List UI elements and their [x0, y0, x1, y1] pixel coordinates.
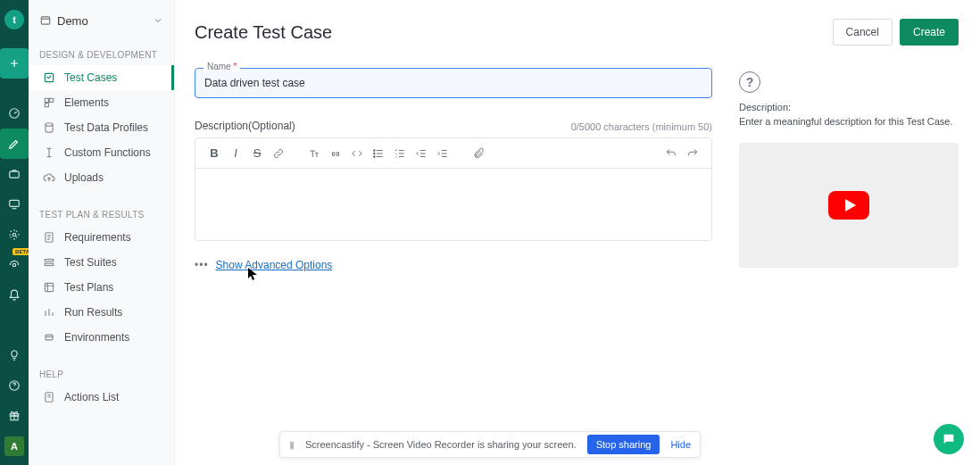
text-size-button[interactable]: [304, 144, 324, 163]
settings-icon[interactable]: [0, 220, 29, 250]
sidebar-item-label: Uploads: [64, 171, 104, 184]
sidebar-item-test-suites[interactable]: Test Suites: [29, 250, 174, 275]
sidebar-item-label: Test Suites: [64, 256, 117, 269]
show-advanced-link[interactable]: Show Advanced Options: [216, 259, 333, 271]
svg-rect-17: [45, 283, 53, 291]
sidebar-item-label: Test Cases: [64, 71, 117, 84]
notifications-icon[interactable]: [0, 280, 29, 311]
section-plan: TEST PLAN & RESULTS: [29, 201, 174, 225]
project-name: Demo: [57, 14, 88, 28]
strikethrough-button[interactable]: S: [247, 144, 267, 163]
avatar-initial: A: [4, 436, 24, 456]
ellipsis-icon: •••: [195, 259, 209, 271]
database-icon: [43, 121, 55, 134]
sidebar-item-label: Test Plans: [64, 281, 113, 294]
sidebar-item-elements[interactable]: Elements: [29, 90, 174, 115]
help-video[interactable]: [739, 143, 959, 268]
section-help: HELP: [29, 361, 174, 385]
attachment-button[interactable]: [469, 144, 488, 163]
share-text: Screencastify - Screen Video Recorder is…: [305, 439, 577, 450]
suites-icon: [43, 256, 55, 269]
monitor-icon[interactable]: [0, 189, 29, 220]
plugins-icon[interactable]: BETA: [0, 250, 29, 280]
description-head: Description(Optional) 0/5000 characters …: [195, 120, 712, 132]
cloud-upload-icon: [43, 171, 55, 184]
sidebar: Demo DESIGN & DEVELOPMENT Test Cases Ele…: [29, 0, 175, 465]
description-textarea[interactable]: [195, 169, 711, 240]
chat-fab[interactable]: [934, 424, 964, 454]
sidebar-item-test-plans[interactable]: Test Plans: [29, 275, 174, 300]
question-icon: ?: [739, 71, 760, 93]
bold-button[interactable]: B: [204, 144, 224, 163]
svg-point-21: [373, 153, 375, 154]
stop-sharing-button[interactable]: Stop sharing: [587, 435, 660, 454]
quote-button[interactable]: [326, 144, 345, 163]
play-icon: [828, 191, 869, 220]
sidebar-item-label: Run Results: [64, 306, 122, 319]
svg-rect-10: [45, 98, 48, 102]
bullet-list-button[interactable]: [369, 144, 388, 163]
actions-icon: [43, 391, 55, 403]
function-icon: [43, 146, 55, 159]
sidebar-item-uploads[interactable]: Uploads: [29, 165, 174, 190]
number-list-button[interactable]: [390, 144, 410, 163]
logo-letter: t: [4, 10, 24, 29]
svg-rect-15: [45, 260, 53, 262]
share-app-icon: ▮: [289, 439, 295, 451]
svg-point-4: [12, 263, 16, 267]
briefcase-icon[interactable]: [0, 159, 29, 189]
left-icon-rail: t BETA A: [0, 0, 29, 465]
sidebar-item-run-results[interactable]: Run Results: [29, 300, 174, 325]
project-selector[interactable]: Demo: [29, 0, 174, 41]
indent-button[interactable]: [433, 144, 453, 163]
window-icon: [39, 14, 52, 27]
help-icon[interactable]: [0, 370, 29, 401]
info-text: Enter a meaningful description for this …: [739, 116, 959, 127]
dashboard-icon[interactable]: [0, 98, 29, 129]
gift-icon[interactable]: [0, 401, 29, 431]
environments-icon: [43, 331, 55, 344]
test-cases-icon: [43, 71, 55, 84]
sidebar-item-custom-functions[interactable]: Custom Functions: [29, 140, 174, 165]
sidebar-item-actions-list[interactable]: Actions List: [29, 385, 174, 410]
description-editor: B I S: [195, 137, 712, 241]
screen-share-bar: ▮ Screencastify - Screen Video Recorder …: [279, 431, 701, 458]
create-button[interactable]: Create: [900, 19, 959, 46]
redo-button[interactable]: [683, 144, 702, 163]
link-button[interactable]: [269, 144, 288, 163]
add-icon[interactable]: [0, 48, 29, 79]
design-icon[interactable]: [0, 129, 29, 159]
name-input[interactable]: [195, 68, 712, 98]
svg-point-22: [373, 155, 375, 157]
svg-rect-8: [41, 17, 49, 24]
hide-share-bar-button[interactable]: Hide: [670, 439, 691, 450]
sidebar-item-requirements[interactable]: Requirements: [29, 225, 174, 250]
undo-button[interactable]: [661, 144, 681, 163]
outdent-button[interactable]: [411, 144, 431, 163]
cancel-button[interactable]: Cancel: [833, 19, 893, 46]
svg-rect-1: [10, 171, 20, 178]
plans-icon: [43, 281, 55, 294]
results-icon: [43, 306, 55, 319]
code-button[interactable]: [347, 144, 367, 163]
italic-button[interactable]: I: [226, 144, 245, 163]
section-design: DESIGN & DEVELOPMENT: [29, 41, 174, 65]
page-title: Create Test Case: [195, 22, 332, 43]
sidebar-item-environments[interactable]: Environments: [29, 325, 174, 350]
description-label: Description(Optional): [195, 120, 295, 132]
main-content: Create Test Case Cancel Create Name * De…: [175, 0, 980, 465]
sidebar-item-label: Custom Functions: [64, 146, 151, 159]
name-field-wrap: Name *: [195, 68, 712, 98]
user-avatar[interactable]: A: [0, 431, 29, 461]
requirements-icon: [43, 231, 55, 244]
app-logo[interactable]: t: [0, 5, 29, 34]
idea-icon[interactable]: [0, 340, 29, 370]
sidebar-item-test-cases[interactable]: Test Cases: [29, 65, 174, 90]
description-counter: 0/5000 characters (minimum 50): [571, 121, 712, 132]
elements-icon: [43, 96, 55, 109]
form-column: Name * Description(Optional) 0/5000 char…: [195, 59, 712, 271]
sidebar-item-label: Actions List: [64, 391, 119, 403]
advanced-options-row: ••• Show Advanced Options: [195, 259, 712, 271]
sidebar-item-test-data[interactable]: Test Data Profiles: [29, 115, 174, 140]
info-panel: ? Description: Enter a meaningful descri…: [739, 59, 959, 271]
